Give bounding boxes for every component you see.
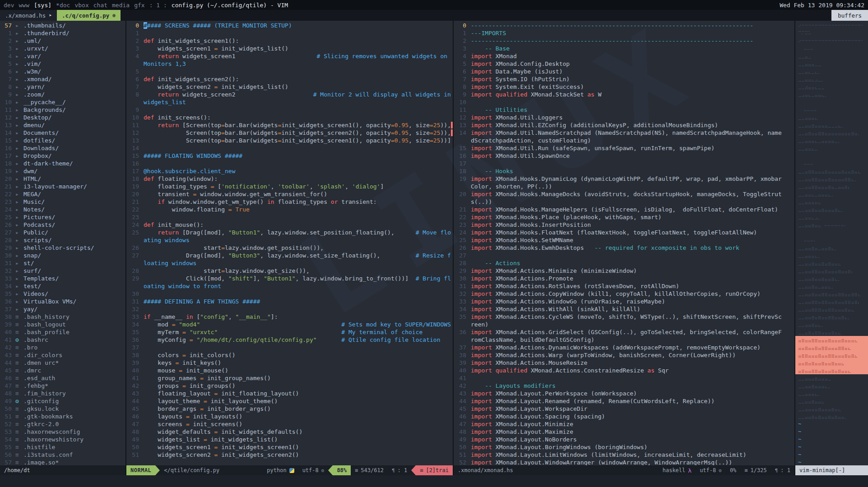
minimap-row[interactable]: ⣀⣠⣤⣄⣀⣤⣤⣄⡀ [795, 91, 868, 98]
code-line[interactable]: 12import XMonad.Util.Loggers [454, 114, 794, 121]
minimap-row[interactable]: ⣀⣀⣤⣤⣶⣤⣶⣤⣤⣶⣶⣤⣤⣶⣄⡀ [795, 313, 868, 321]
tree-entry-surf[interactable]: 32▸surf/ [0, 267, 125, 275]
minimap-row[interactable]: ⣀⣀⣤⣤⣶⣶⣤⣤⣤⣶⣤⣀⣤⣤⣶⡄ [795, 183, 868, 190]
workspace-dev[interactable]: dev [4, 2, 14, 9]
code-line[interactable]: 43import XMonad.Layout.PerWorkspace (onW… [454, 390, 794, 397]
minimap-highlight-row[interactable]: ⣤⣶⣤⣤⣶⣶⣤⣶⣤⣤⣶⣤⣶⣤⣤⣄ [795, 367, 868, 374]
tree-entry-xmonad[interactable]: 7▸.xmonad/ [0, 75, 125, 83]
minimap-row[interactable]: ⣀⣀⣤⣶⣤⣶⣶⣤⣤⣤⣶⣤⣄ [795, 328, 868, 336]
minimap-row[interactable]: ⣀⣀⣤⣤⣤⣄⡀ [795, 390, 868, 397]
code-line[interactable]: 43 floating_layout = init_floating_layou… [126, 390, 453, 397]
code-line[interactable]: 30 [126, 290, 453, 298]
code-line[interactable]: 46 layouts = init_layouts() [126, 413, 453, 420]
minimap-row[interactable]: ⠤⠤⠤ [795, 160, 868, 167]
code-line[interactable]: 47 screens = init_screens() [126, 420, 453, 428]
minimap-row[interactable]: ⠔⠒⠒⠒⠒⠒⠒⠒⠒⠒⠒⠒⠒⠒⠒⠒⠒⠒⠒⠂ [795, 22, 868, 29]
code-line[interactable]: 45import XMonad.Layout.WorkspaceDir [454, 405, 794, 413]
tree-entry-pycache[interactable]: 10▸__pycache__/ [0, 98, 125, 106]
tree-entry-zoom[interactable]: 9▸.zoom/ [0, 91, 125, 98]
code-line[interactable]: 34 mod = "mod4" # Sets mod key to SUPER/… [126, 321, 453, 328]
tree-entry-uml[interactable]: 2▸.uml/ [0, 37, 125, 45]
tree-entry-thunderbird[interactable]: 1▸.thunderbird/ [0, 29, 125, 37]
code-line[interactable]: 52import XMonad.Layout.WindowArranger (w… [454, 459, 794, 465]
workspace-www[interactable]: www [19, 2, 29, 9]
tree-entry-dwm[interactable]: 19▸dwm/ [0, 167, 125, 175]
minimap-row[interactable]: ⣀⣀⣤⣤⣶⣤⣶⣤⣤⣶⣤⣶⣤⣤⡀ [795, 413, 868, 420]
minimap-highlight-row[interactable]: ⣤⣤⣶⣤⣤⣶⣤⣶⣶⣤⣤⣤⣶⣶⣤⣄ [795, 344, 868, 351]
code-line[interactable]: 39import XMonad.Actions.MouseResize [454, 359, 794, 367]
code-line[interactable]: 50 widgets_screen1 = init_widgets_screen… [126, 443, 453, 451]
minimap-row[interactable]: ~ [795, 459, 868, 465]
code-line[interactable]: 11 -- Utilities [454, 106, 794, 114]
code-line[interactable]: 51 widgets_screen2 = init_widgets_screen… [126, 451, 453, 459]
code-line[interactable]: 36import XMonad.Actions.GridSelect (GSCo… [454, 328, 794, 344]
code-line[interactable]: 28 start=lazy.window.get_size()), [126, 267, 453, 275]
workspace-vbox[interactable]: vbox [74, 2, 88, 9]
code-line[interactable]: 11 return [Screen(top=bar.Bar(widgets=in… [126, 121, 453, 129]
minimap-row[interactable]: ⣀⣀⣤⣤⣶⣶⣤⣤⣶⣤⣤⣤⣶⣤⣤⣶⡄ [795, 267, 868, 275]
code-line[interactable]: 44 layout_theme = init_layout_theme() [126, 397, 453, 405]
code-line[interactable]: 1 [126, 29, 453, 37]
minimap-row[interactable] [795, 98, 868, 106]
code-line[interactable]: 49import XMonad.Layout.NoBorders [454, 436, 794, 443]
tree-entry-bashrc[interactable]: 41⚙.bashrc [0, 336, 125, 344]
code-line[interactable]: 3 -- Base [454, 45, 794, 52]
code-line[interactable]: 9 [126, 106, 453, 114]
code-line[interactable]: 0---------------------------------------… [454, 22, 794, 29]
minimap-row[interactable]: ⣀⣀⣤⣤⣶⣤⣀⣤⣤⣶⣄⡀ [795, 244, 868, 252]
minimap-row[interactable]: ⠤⠤⠤ [795, 45, 868, 52]
minimap-row[interactable]: ⣀⣀⣤⣤⣶⣤⣤⣶⣤⣤⣶⣄⡀ [795, 275, 868, 282]
tree-entry-Public[interactable]: 27▸Public/ [0, 229, 125, 236]
code-line[interactable]: 24import XMonad.Hooks.FloatNext (floatNe… [454, 229, 794, 236]
code-line[interactable]: 15import XMonad.Util.Run (safeSpawn, uns… [454, 144, 794, 152]
code-line[interactable]: 2def init_widgets_screen1(): [126, 37, 453, 45]
code-line[interactable]: 51import XMonad.Layout.LimitWindows (lim… [454, 451, 794, 459]
code-line[interactable]: 2---------------------------------------… [454, 37, 794, 45]
minimap-row[interactable]: ~ [795, 443, 868, 451]
tree-entry-Backgrounds[interactable]: 11▸Backgrounds/ [0, 106, 125, 114]
minimap-row[interactable]: ⣀⣀⣤⣤⣶⣤⣤⣶⣶⣤⣤⣤⣶⣶⣤⣤⣶⣶⣄ [795, 290, 868, 298]
tree-entry-imageso[interactable]: 57≡.image.so* [0, 459, 125, 465]
command-line[interactable] [0, 475, 868, 487]
minimap-row[interactable]: ⣀⣀⣤⣤⣶⣤⣤⣤⣤⣀⣀⣀⣄⡀ [795, 121, 868, 129]
tree-entry-thumbnails[interactable]: 57▸.thumbnails/ [0, 22, 125, 29]
tree-entry-dtdarktheme[interactable]: 18▸dt-dark-theme/ [0, 160, 125, 167]
minimap-row[interactable]: ⣀⣀⣤⣤⣄⣀⣤⣤⣤⣄⡀ [795, 190, 868, 198]
tree-entry-yarn[interactable]: 8▸.yarn/ [0, 83, 125, 91]
tree-entry-MEGA[interactable]: 22▸MEGA/ [0, 190, 125, 198]
tree-entry-urxvt[interactable]: 3▸.urxvt/ [0, 45, 125, 52]
minimap-row[interactable]: ⣀⣀⣤⣤⣤⣄⣀⣤⣤⣤⣤⣀⡀ [795, 137, 868, 144]
tree-entry-Dropbox[interactable]: 17▸Dropbox/ [0, 152, 125, 160]
code-line[interactable]: 24def init_mouse(): [126, 221, 453, 229]
code-line[interactable]: 13 Screen(top=bar.Bar(widgets=init_widge… [126, 137, 453, 144]
minimap-row[interactable]: ~ [795, 436, 868, 443]
tree-entry-Documents[interactable]: 14▸Documents/ [0, 129, 125, 137]
code-line[interactable]: 16import XMonad.Util.SpawnOnce [454, 152, 794, 160]
minimap-row[interactable]: ⣀⣀⣤⣀ [795, 52, 868, 60]
tree-entry-fehbg[interactable]: 47≡.fehbg* [0, 382, 125, 390]
haskell-code-area[interactable]: 0---------------------------------------… [454, 21, 794, 465]
minimap-row[interactable]: ⣀⣀⣤⣤⣶⣤⣤⣤⣄⡀ [795, 382, 868, 390]
code-line[interactable]: 21import XMonad.Hooks.ManageHelpers (isF… [454, 206, 794, 213]
tree-entry-Downloads[interactable]: 16▸Downloads/ [0, 144, 125, 152]
code-line[interactable]: 35 myTerm = "urxvtc" # My terminal of ch… [126, 328, 453, 336]
code-line[interactable]: 28 -- Actions [454, 259, 794, 267]
code-line[interactable]: 32 [126, 305, 453, 313]
code-line[interactable]: 16 [126, 160, 453, 167]
tree-entry-Pictures[interactable]: 25▸Pictures/ [0, 213, 125, 221]
python-code-area[interactable]: 0##### SCREENS ##### (TRIPLE MONITOR SET… [126, 21, 453, 465]
tree-entry-haxornewsconfig[interactable]: 53≡.haxornewsconfig [0, 428, 125, 436]
minimap-row[interactable]: ⣀⣀⣤⣶⣤⣤⣶⣶⣤⣤⣤⣤⣤⣤⣤⣤⣶⣤⡀ [795, 129, 868, 137]
tree-entry-Music[interactable]: 23▸Music/ [0, 198, 125, 206]
minimap-row[interactable]: ⣀⣀⣤⣤⣶⣤⣄ ⠤⠤⠤⠤⠤⠤⠄ [795, 221, 868, 229]
code-line[interactable]: 20 transient = window.window.get_wm_tran… [126, 190, 453, 198]
tree-entry-gtkrc20[interactable]: 52≡.gtkrc-2.0 [0, 420, 125, 428]
code-line[interactable]: 33import XMonad.Actions.WindowGo (runOrR… [454, 298, 794, 305]
code-line[interactable]: 27 [454, 252, 794, 259]
code-line[interactable]: 20import XMonad.Hooks.ManageDocks (avoid… [454, 190, 794, 206]
minimap-highlight-row[interactable]: ⣤⣤⣶⣤⣶⣤⣤⣶⣤⣤⣶⣤⣤⣄ [795, 359, 868, 367]
minimap-row[interactable]: ⣀⣀⣤⣤⣶⣶⣶⣤⣤⣶⣶⣤⣤⣤⣶⣤⣄ [795, 305, 868, 313]
code-line[interactable]: 42 -- Layouts modifiers [454, 382, 794, 390]
tab--c-q-config-py[interactable]: .c/q/config.py⊕ [57, 10, 121, 21]
minimap-row[interactable]: ⣀⣀⣤⣄⣀⣄⡀ [795, 68, 868, 75]
